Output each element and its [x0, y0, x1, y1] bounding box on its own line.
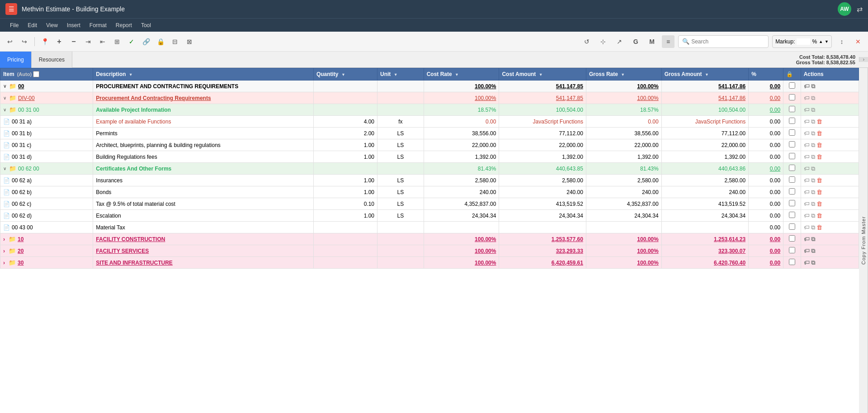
- delete-icon[interactable]: 🗑: [816, 130, 822, 137]
- gross-amount-cell[interactable]: 24,304.34: [661, 210, 748, 222]
- outdent-btn[interactable]: ⇤: [96, 35, 109, 48]
- gross-amount-cell[interactable]: 440,643.86: [661, 163, 748, 175]
- cost-amount-cell[interactable]: 541,147.85: [499, 81, 586, 92]
- unit-cell[interactable]: [377, 222, 424, 233]
- tag-icon[interactable]: 🏷: [804, 130, 810, 137]
- col-unit[interactable]: Unit ▼: [377, 68, 424, 81]
- gross-rate-cell[interactable]: 100.00%: [586, 81, 661, 92]
- gross-rate-cell[interactable]: 0.00: [586, 116, 661, 128]
- copy-from-master-sidebar[interactable]: Copy From Master: [859, 68, 868, 413]
- delete-icon[interactable]: 🗑: [816, 142, 822, 148]
- lock-btn[interactable]: 🔒: [154, 35, 167, 48]
- quantity-cell[interactable]: 1.00: [313, 210, 377, 222]
- gross-rate-cell[interactable]: 4,352,837.00: [586, 198, 661, 210]
- copy-icon[interactable]: ⧉: [811, 259, 815, 266]
- cost-amount-cell[interactable]: 6,420,459.61: [499, 257, 586, 269]
- collapse-btn[interactable]: ∨: [3, 95, 6, 100]
- percent-cell[interactable]: 0.00: [749, 128, 783, 139]
- quantity-cell[interactable]: [313, 257, 377, 269]
- side-panel-toggle[interactable]: ›: [859, 57, 868, 62]
- cost-amount-cell[interactable]: 1,253,577.60: [499, 233, 586, 245]
- quantity-cell[interactable]: 1.00: [313, 175, 377, 186]
- cost-amount-cell[interactable]: 440,643.85: [499, 163, 586, 175]
- markup-input[interactable]: [797, 38, 810, 45]
- delete-icon[interactable]: 🗑: [816, 118, 822, 125]
- m-btn[interactable]: M: [646, 35, 658, 48]
- tab-pricing[interactable]: Pricing: [0, 52, 32, 68]
- cost-rate-cell[interactable]: 0.00: [424, 116, 499, 128]
- gross-amount-cell[interactable]: 2,580.00: [661, 175, 748, 186]
- cost-rate-cell[interactable]: 2,580.00: [424, 175, 499, 186]
- col-cost-rate[interactable]: Cost Rate ▼: [424, 68, 499, 81]
- percent-cell[interactable]: 0.00: [749, 257, 783, 269]
- row-checkbox[interactable]: [789, 235, 795, 242]
- item-id[interactable]: 00: [18, 83, 24, 90]
- format-btn[interactable]: ⊞: [111, 35, 123, 48]
- copy-icon[interactable]: ⧉: [811, 189, 815, 196]
- unit-cell[interactable]: [377, 163, 424, 175]
- quantity-cell[interactable]: [313, 92, 377, 104]
- percent-cell[interactable]: 0.00: [749, 139, 783, 151]
- delete-icon[interactable]: 🗑: [816, 224, 822, 231]
- menu-tool[interactable]: Tool: [137, 19, 156, 32]
- tag-icon[interactable]: 🏷: [804, 142, 810, 148]
- redo-btn[interactable]: ↪: [18, 35, 31, 48]
- row-checkbox[interactable]: [789, 141, 795, 147]
- percent-cell[interactable]: 0.00: [749, 104, 783, 116]
- cost-rate-cell[interactable]: 100.00%: [424, 81, 499, 92]
- gross-amount-cell[interactable]: 413,519.52: [661, 198, 748, 210]
- row-checkbox[interactable]: [789, 188, 795, 195]
- item-id[interactable]: 00 31 00: [18, 107, 39, 113]
- unit-cell[interactable]: [377, 233, 424, 245]
- refresh-btn[interactable]: ↺: [580, 35, 593, 48]
- percent-cell[interactable]: 0.00: [749, 186, 783, 198]
- quantity-cell[interactable]: [313, 163, 377, 175]
- tag-icon[interactable]: 🏷: [804, 247, 810, 254]
- cost-rate-cell[interactable]: 38,556.00: [424, 128, 499, 139]
- gross-rate-cell[interactable]: 240.00: [586, 186, 661, 198]
- gross-rate-cell[interactable]: 18.57%: [586, 104, 661, 116]
- unit-cell[interactable]: [377, 245, 424, 257]
- cost-rate-cell[interactable]: 240.00: [424, 186, 499, 198]
- gross-amount-cell[interactable]: 1,253,614.23: [661, 233, 748, 245]
- menu-view[interactable]: View: [42, 19, 62, 32]
- cost-rate-cell[interactable]: 22,000.00: [424, 139, 499, 151]
- unit-cell[interactable]: LS: [377, 139, 424, 151]
- col-gross-amount[interactable]: Gross Amount ▼: [661, 68, 748, 81]
- percent-cell[interactable]: 0.00: [749, 163, 783, 175]
- undo-btn[interactable]: ↩: [4, 35, 16, 48]
- copy-icon[interactable]: ⧉: [811, 130, 815, 137]
- cost-rate-cell[interactable]: 4,352,837.00: [424, 198, 499, 210]
- row-checkbox[interactable]: [789, 223, 795, 230]
- tag-icon[interactable]: 🏷: [804, 165, 810, 172]
- percent-cell[interactable]: 0.00: [749, 81, 783, 92]
- cost-rate-cell[interactable]: 100.00%: [424, 257, 499, 269]
- item-id[interactable]: 00 62 b): [12, 189, 32, 195]
- cost-amount-cell[interactable]: 541,147.85: [499, 92, 586, 104]
- pin-btn[interactable]: 📍: [38, 35, 51, 48]
- unit-cell[interactable]: LS: [377, 186, 424, 198]
- quantity-cell[interactable]: 0.10: [313, 198, 377, 210]
- cursor-btn[interactable]: ⊹: [597, 35, 609, 48]
- cost-rate-cell[interactable]: 100.00%: [424, 245, 499, 257]
- gross-amount-cell[interactable]: 541,147.86: [661, 81, 748, 92]
- gross-rate-cell[interactable]: 100.00%: [586, 92, 661, 104]
- item-id[interactable]: 00 62 00: [18, 166, 39, 172]
- menu-file[interactable]: File: [5, 19, 23, 32]
- row-checkbox[interactable]: [789, 200, 795, 206]
- delete-icon[interactable]: 🗑: [816, 177, 822, 184]
- copy-icon[interactable]: ⧉: [811, 177, 815, 184]
- gross-rate-cell[interactable]: 1,392.00: [586, 151, 661, 163]
- percent-cell[interactable]: 0.00: [749, 233, 783, 245]
- unit-cell[interactable]: LS: [377, 128, 424, 139]
- percent-cell[interactable]: 0.00: [749, 151, 783, 163]
- delete-icon[interactable]: 🗑: [816, 212, 822, 219]
- percent-cell[interactable]: 0.00: [749, 245, 783, 257]
- collapse-btn[interactable]: ∨: [3, 166, 6, 171]
- share-icon[interactable]: ⇄: [857, 5, 863, 14]
- col-quantity[interactable]: Quantity ▼: [313, 68, 377, 81]
- gross-amount-cell[interactable]: 240.00: [661, 186, 748, 198]
- collapse-btn[interactable]: ∨: [3, 84, 6, 89]
- unit-cell[interactable]: LS: [377, 210, 424, 222]
- menu-insert[interactable]: Insert: [62, 19, 85, 32]
